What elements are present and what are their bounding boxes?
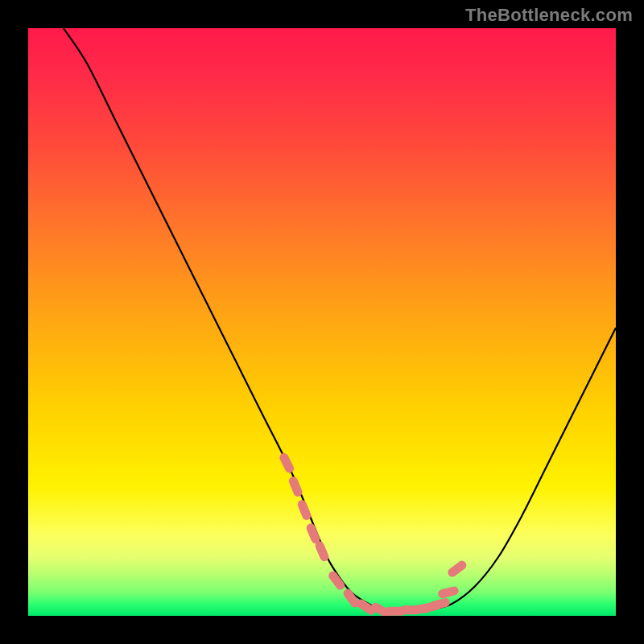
curve-marker [314,540,330,563]
curve-marker [437,585,460,599]
curve-markers [278,452,468,616]
watermark-text: TheBottleneck.com [465,5,633,26]
curve-marker [428,597,451,611]
chart-root: TheBottleneck.com [0,0,644,644]
curve-marker [278,452,295,474]
curve-layer [28,28,616,616]
curve-marker [296,498,312,521]
bottleneck-curve [64,28,616,613]
curve-marker [287,475,303,497]
curve-marker [446,559,468,578]
